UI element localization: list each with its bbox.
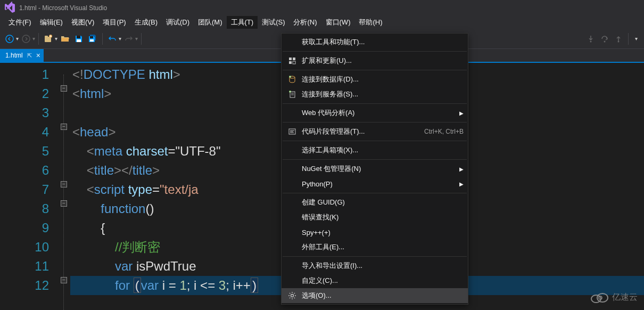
fold-toggle[interactable]: − [61, 181, 67, 187]
menu-separator [283, 193, 467, 193]
line-number: 5 [0, 142, 49, 161]
line-number-gutter: 123456789101112 [0, 63, 59, 310]
menu-item-label: 获取工具和功能(T)... [302, 37, 464, 47]
menu-item-创建 guidg[interactable]: 创建 GUID(G) [282, 195, 468, 210]
toolbar-separator [141, 33, 142, 45]
blank-icon [286, 197, 299, 208]
menu-item-代码片段管理器t[interactable]: 代码片段管理器(T)...Ctrl+K, Ctrl+B [282, 124, 468, 139]
blank-icon [286, 242, 299, 252]
menu-工具[interactable]: 工具(T) [227, 16, 258, 29]
cloud-icon [590, 291, 609, 304]
line-number: 11 [0, 257, 49, 276]
menu-item-自定义c[interactable]: 自定义(C)... [282, 273, 468, 288]
step-over-button[interactable] [598, 32, 611, 45]
menu-item-导入和导出设置i[interactable]: 导入和导出设置(I)... [282, 258, 468, 273]
toolbar-separator [38, 33, 39, 45]
fold-toggle[interactable]: − [61, 200, 67, 207]
fold-column[interactable]: − − − − − [59, 63, 70, 310]
fold-toggle[interactable]: − [61, 124, 67, 130]
gear-icon [286, 290, 299, 301]
fold-toggle[interactable]: − [61, 85, 67, 92]
menu-item-获取工具和功能t[interactable]: 获取工具和功能(T)... [282, 35, 468, 50]
menu-item-pythonp[interactable]: Python(P)▶ [282, 176, 468, 191]
menu-团队[interactable]: 团队(M) [194, 16, 227, 29]
menu-帮助[interactable]: 帮助(H) [354, 16, 386, 29]
menu-item-label: 自定义(C)... [302, 276, 464, 285]
menu-item-label: NuGet 包管理器(N) [302, 164, 455, 174]
svg-rect-5 [77, 36, 80, 38]
menu-item-label: 连接到服务器(S)... [302, 89, 464, 99]
menu-测试[interactable]: 测试(S) [258, 16, 289, 29]
blank-icon [286, 145, 299, 156]
menu-分析[interactable]: 分析(N) [289, 16, 321, 29]
menu-item-扩展和更新u[interactable]: 扩展和更新(U)... [282, 53, 468, 68]
menu-item-连接到服务器s[interactable]: 连接到服务器(S)... [282, 87, 468, 102]
menu-item-外部工具e[interactable]: 外部工具(E)... [282, 240, 468, 255]
line-number: 9 [0, 218, 49, 238]
menu-编辑[interactable]: 编辑(E) [36, 16, 67, 29]
svg-point-11 [618, 40, 620, 42]
snippet-icon [286, 126, 299, 137]
title-bar: 1.html - Microsoft Visual Studio [0, 0, 644, 16]
menu-item-label: Spy++(+) [302, 229, 464, 236]
new-project-button[interactable] [42, 32, 55, 45]
menu-调试[interactable]: 调试(D) [162, 16, 194, 29]
menu-生成[interactable]: 生成(B) [130, 16, 162, 29]
pin-icon[interactable]: ⇱ [27, 52, 32, 59]
close-icon[interactable]: × [36, 51, 40, 60]
menu-项目[interactable]: 项目(P) [98, 16, 130, 29]
window-title: 1.html - Microsoft Visual Studio [19, 4, 107, 12]
new-project-dropdown[interactable]: ▾ [55, 36, 57, 42]
svg-rect-12 [289, 58, 292, 60]
menu-bar: 文件(F)编辑(E)视图(V)项目(P)生成(B)调试(D)团队(M)工具(T)… [0, 16, 644, 29]
blank-icon [286, 37, 299, 47]
server-icon [286, 89, 299, 100]
menu-item-nuget 包管理器n[interactable]: NuGet 包管理器(N)▶ [282, 161, 468, 176]
svg-rect-3 [45, 36, 48, 37]
line-number: 4 [0, 123, 49, 142]
tools-menu-dropdown: 获取工具和功能(T)...扩展和更新(U)...连接到数据库(D)...连接到服… [281, 33, 468, 305]
svg-rect-7 [90, 36, 93, 38]
undo-button[interactable] [106, 32, 119, 45]
nav-forward-dropdown: ▾ [32, 36, 35, 42]
menu-item-选项o[interactable]: 选项(O)... [282, 288, 468, 303]
vs-logo-icon [3, 2, 16, 14]
line-number: 1 [0, 65, 49, 84]
menu-item-错误查找k[interactable]: 错误查找(K) [282, 210, 468, 225]
open-file-button[interactable] [59, 32, 71, 45]
menu-文件[interactable]: 文件(F) [4, 16, 36, 29]
menu-窗口[interactable]: 窗口(W) [321, 16, 355, 29]
extensions-icon [286, 55, 299, 66]
blank-icon [286, 212, 299, 223]
undo-dropdown[interactable]: ▾ [119, 36, 121, 42]
save-all-button[interactable] [86, 32, 99, 45]
svg-point-26 [291, 295, 294, 297]
menu-item-选择工具箱项x[interactable]: 选择工具箱项(X)... [282, 143, 468, 158]
watermark-text: 亿速云 [612, 292, 638, 303]
svg-point-9 [590, 40, 592, 42]
menu-separator [283, 122, 467, 123]
menu-视图[interactable]: 视图(V) [67, 16, 98, 29]
svg-rect-6 [77, 39, 81, 42]
nav-back-button[interactable] [3, 32, 16, 45]
submenu-arrow-icon: ▶ [459, 110, 464, 116]
toolbar-overflow[interactable]: ▾ [635, 36, 638, 42]
fold-toggle[interactable]: − [61, 277, 67, 283]
menu-item-label: 选项(O)... [302, 291, 464, 300]
menu-item-web 代码分析a[interactable]: Web 代码分析(A)▶ [282, 105, 468, 120]
nav-back-dropdown[interactable]: ▾ [16, 36, 19, 42]
redo-dropdown: ▾ [135, 36, 138, 42]
menu-item-spy+++[interactable]: Spy++(+) [282, 225, 468, 240]
step-into-button[interactable] [584, 32, 597, 45]
save-button[interactable] [72, 32, 85, 45]
menu-separator [283, 159, 467, 160]
submenu-arrow-icon: ▶ [459, 181, 464, 187]
menu-item-label: 扩展和更新(U)... [302, 56, 464, 66]
menu-item-label: Python(P) [302, 180, 455, 188]
menu-item-连接到数据库d[interactable]: 连接到数据库(D)... [282, 72, 468, 87]
tab-1-html[interactable]: 1.html ⇱ × [0, 49, 44, 62]
step-out-button[interactable] [612, 32, 625, 45]
redo-button [122, 32, 135, 45]
nav-forward-button [20, 32, 32, 45]
menu-separator [283, 141, 467, 141]
